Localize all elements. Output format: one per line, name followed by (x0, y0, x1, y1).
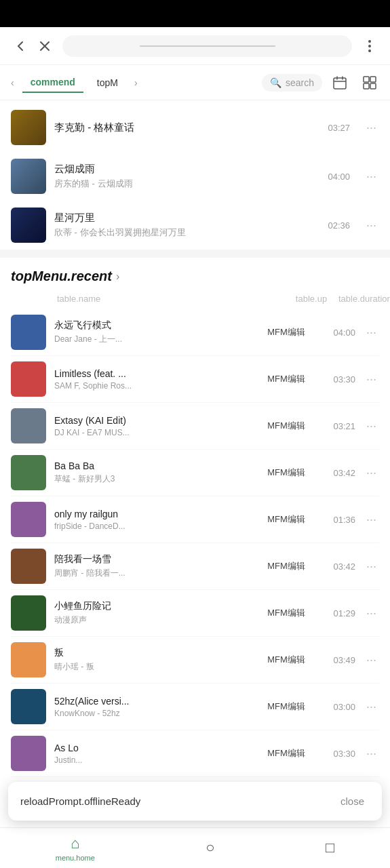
recent-song-item[interactable]: 永远飞行模式 Dear Jane - 上一... MFM编辑 04:00 ··· (11, 309, 379, 356)
bottom-nav-profile[interactable]: □ (326, 839, 334, 858)
svg-point-1 (368, 45, 371, 47)
recent-arrow-icon: › (116, 271, 119, 283)
recent-song-duration: 03:21 (321, 421, 355, 431)
recent-song-artist: 晴小瑶 - 叛 (54, 661, 251, 673)
tab-topm[interactable]: topM (89, 73, 126, 92)
recent-song-thumbnail (11, 502, 46, 537)
tab-bar: ‹ commend topM › 🔍 search (0, 65, 390, 100)
recent-song-thumbnail (11, 736, 46, 771)
top-song-item[interactable]: 星河万里 欣蒂 - 你会长出羽翼拥抱星河万里 02:36 ··· (0, 201, 390, 250)
tab-next-button[interactable]: › (132, 75, 140, 91)
recent-song-thumbnail (11, 361, 46, 397)
song-title: 星河万里 (54, 212, 319, 224)
recent-song-more-button[interactable]: ··· (364, 510, 379, 530)
svg-rect-3 (334, 78, 346, 89)
recent-song-item[interactable]: 52hz(Alice versi... KnowKnow - 52hz MFM编… (11, 684, 379, 730)
url-bar[interactable] (62, 35, 352, 57)
tab-prev-button[interactable]: ‹ (8, 75, 17, 91)
song-duration: 03:27 (328, 123, 350, 133)
recent-song-item[interactable]: 小鲤鱼历险记 动漫原声 MFM编辑 01:29 ··· (11, 590, 379, 637)
calendar-icon-button[interactable] (328, 71, 352, 95)
recent-song-item[interactable]: As Lo Justin... MFM编辑 03:30 ··· (11, 730, 379, 777)
offline-toast: reloadPrompt.offlineReady close (8, 782, 382, 821)
recent-song-item[interactable]: Ba Ba Ba 草蜢 - 新好男人3 MFM编辑 03:42 ··· (11, 450, 379, 496)
recent-song-info: 永远飞行模式 Dear Jane - 上一... (54, 319, 251, 345)
recent-song-duration: 03:42 (321, 468, 355, 478)
recent-song-title: Limitless (feat. ... (54, 368, 251, 379)
recent-song-uploader: MFM编辑 (259, 654, 313, 666)
recent-song-duration: 03:30 (321, 749, 355, 759)
table-name-header: table.name (57, 294, 284, 304)
recent-header[interactable]: topMenu.recent › (11, 269, 379, 284)
back-button[interactable] (8, 34, 33, 58)
song-duration: 02:36 (328, 220, 350, 231)
song-info: 李克勤 - 格林童话 (54, 121, 319, 134)
recent-song-more-button[interactable]: ··· (364, 323, 379, 342)
recent-song-uploader: MFM编辑 (259, 560, 313, 572)
more-button[interactable] (357, 34, 382, 58)
song-thumbnail (11, 159, 46, 194)
recent-song-more-button[interactable]: ··· (364, 416, 379, 436)
recent-song-duration: 03:42 (321, 561, 355, 572)
recent-song-more-button[interactable]: ··· (364, 697, 379, 717)
recent-song-item[interactable]: Extasy (KAI Edit) DJ KAI - EA7 MUS... MF… (11, 403, 379, 450)
recent-song-uploader: MFM编辑 (259, 701, 313, 713)
close-button[interactable] (33, 34, 57, 58)
recent-song-title: Extasy (KAI Edit) (54, 415, 251, 426)
recent-section: topMenu.recent › table.name table.up tab… (0, 258, 390, 783)
recent-song-title: 永远飞行模式 (54, 319, 251, 332)
top-song-item[interactable]: 云烟成雨 房东的猫 - 云烟成雨 04:00 ··· (0, 152, 390, 201)
recent-song-artist: 动漫原声 (54, 614, 251, 626)
recent-song-duration: 01:29 (321, 608, 355, 618)
search-bar[interactable]: 🔍 search (262, 74, 322, 92)
song-more-button[interactable]: ··· (364, 167, 379, 186)
section-divider (0, 250, 390, 258)
recent-song-info: Ba Ba Ba 草蜢 - 新好男人3 (54, 460, 251, 485)
recent-song-uploader: MFM编辑 (259, 747, 313, 760)
recent-song-item[interactable]: 陪我看一场雪 周鹏宵 - 陪我看一... MFM编辑 03:42 ··· (11, 543, 379, 590)
tab-commend[interactable]: commend (22, 73, 83, 93)
profile-nav-icon: □ (326, 839, 334, 856)
layout-icon-button[interactable] (357, 71, 382, 95)
recent-song-more-button[interactable]: ··· (364, 370, 379, 389)
song-title: 李克勤 - 格林童话 (54, 121, 319, 134)
offline-toast-close-button[interactable]: close (335, 793, 370, 810)
recent-song-item[interactable]: 叛 晴小瑶 - 叛 MFM编辑 03:49 ··· (11, 637, 379, 684)
recent-song-info: As Lo Justin... (54, 743, 251, 765)
recent-song-more-button[interactable]: ··· (364, 604, 379, 623)
recent-song-artist: fripSide - DanceD... (54, 521, 251, 531)
recent-song-artist: Dear Jane - 上一... (54, 334, 251, 345)
recent-song-thumbnail (11, 315, 46, 350)
recent-song-info: Extasy (KAI Edit) DJ KAI - EA7 MUS... (54, 415, 251, 437)
recent-song-title: As Lo (54, 743, 251, 753)
top-songs-list: 李克勤 - 格林童话 03:27 ··· 云烟成雨 房东的猫 - 云烟成雨 04… (0, 100, 390, 250)
bottom-nav-search[interactable]: ○ (206, 839, 214, 858)
song-artist: 欣蒂 - 你会长出羽翼拥抱星河万里 (54, 226, 319, 239)
recent-song-more-button[interactable]: ··· (364, 650, 379, 670)
bottom-nav: ⌂ menu.home ○ □ (0, 827, 390, 868)
recent-song-more-button[interactable]: ··· (364, 557, 379, 576)
bottom-nav-home[interactable]: ⌂ menu.home (56, 835, 95, 862)
recent-song-duration: 03:00 (321, 702, 355, 712)
recent-song-duration: 04:00 (321, 328, 355, 338)
table-up-header: table.up (284, 294, 338, 304)
recent-song-more-button[interactable]: ··· (364, 463, 379, 483)
recent-song-item[interactable]: Limitless (feat. ... SAM F, Sophie Ros..… (11, 356, 379, 403)
top-song-item[interactable]: 李克勤 - 格林童话 03:27 ··· (0, 103, 390, 152)
recent-song-uploader: MFM编辑 (259, 467, 313, 479)
recent-song-artist: 周鹏宵 - 陪我看一... (54, 568, 251, 579)
recent-song-info: Limitless (feat. ... SAM F, Sophie Ros..… (54, 368, 251, 391)
svg-rect-7 (370, 83, 376, 89)
home-icon: ⌂ (71, 835, 79, 852)
recent-song-thumbnail (11, 408, 46, 443)
recent-song-item[interactable]: only my railgun fripSide - DanceD... MFM… (11, 496, 379, 543)
search-icon: 🔍 (270, 77, 281, 88)
song-more-button[interactable]: ··· (364, 118, 379, 138)
recent-song-artist: Justin... (54, 755, 251, 765)
svg-rect-5 (370, 77, 376, 82)
song-more-button[interactable]: ··· (364, 216, 379, 235)
song-title: 云烟成雨 (54, 163, 319, 176)
recent-song-info: 小鲤鱼历险记 动漫原声 (54, 600, 251, 626)
svg-rect-6 (364, 83, 369, 89)
recent-song-more-button[interactable]: ··· (364, 744, 379, 764)
